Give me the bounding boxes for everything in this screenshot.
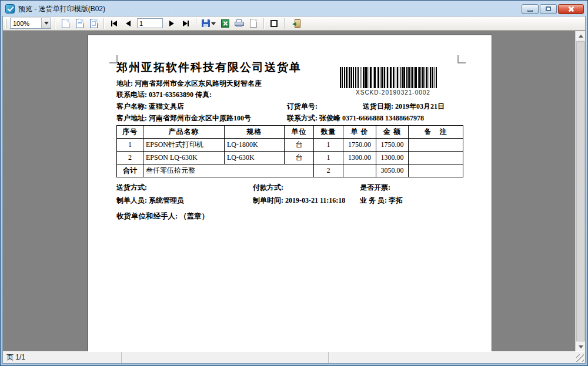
table-header-row: 序号产品名称规格单位数量单 价金 额备 注	[117, 126, 463, 139]
make-time: 制单时间: 2019-03-21 11:16:18	[253, 196, 345, 206]
first-page-button[interactable]	[108, 18, 121, 29]
item-row: 1EPSON针式打印机LQ-1800K台11750.001750.00	[117, 139, 463, 152]
invoice-flag: 是否开票:	[360, 183, 390, 193]
arrow-up-icon	[579, 32, 583, 38]
export-excel-button[interactable]	[219, 18, 232, 29]
close-button[interactable]	[558, 4, 584, 14]
column-header: 单 价	[343, 126, 376, 139]
toolbar-separator	[55, 18, 55, 29]
item-cell: 1	[314, 139, 343, 152]
page-border-button[interactable]	[268, 18, 280, 29]
item-cell: 台	[285, 152, 314, 164]
column-header: 规格	[225, 126, 285, 139]
toolbar-separator	[284, 18, 285, 29]
maximize-icon	[546, 6, 551, 11]
save-dropdown-icon	[211, 22, 216, 28]
column-header: 数量	[314, 126, 343, 139]
view-page-width-button[interactable]	[73, 18, 86, 29]
total-cell: 合计	[117, 164, 143, 177]
resize-grip[interactable]	[576, 354, 584, 362]
item-row: 2EPSON LQ-630KLQ-630K台11300.001300.00	[117, 152, 463, 164]
item-cell: 2	[117, 152, 143, 164]
salesman: 业 务 员: 李拓	[360, 196, 403, 206]
app-icon	[5, 4, 15, 14]
stamp-line: 收货单位和经手人: （盖章）	[116, 211, 209, 221]
excel-icon	[221, 19, 229, 28]
item-cell: LQ-1800K	[225, 139, 285, 152]
minimize-icon	[527, 10, 533, 12]
next-page-button[interactable]	[165, 18, 178, 29]
blank-page-icon	[250, 19, 257, 28]
total-cell	[409, 164, 463, 177]
item-cell: EPSON LQ-630K	[143, 152, 225, 164]
view-actual-size-button[interactable]	[87, 18, 100, 29]
minimize-button[interactable]	[522, 4, 539, 14]
printer-icon	[235, 19, 244, 27]
status-panel	[329, 352, 585, 363]
item-cell: 1750.00	[376, 139, 409, 152]
window-frame: 100%	[2, 16, 586, 364]
item-cell: 1750.00	[343, 139, 376, 152]
print-button[interactable]	[233, 18, 246, 29]
chevron-down-icon	[44, 22, 49, 27]
total-cell: 2	[314, 164, 343, 177]
toolbar: 100%	[3, 16, 585, 31]
item-cell	[409, 152, 463, 164]
item-cell: EPSON针式打印机	[143, 139, 225, 152]
triangle-left-icon	[112, 21, 117, 26]
items-table: 序号产品名称规格单位数量单 价金 额备 注1EPSON针式打印机LQ-1800K…	[116, 125, 463, 177]
prev-page-button[interactable]	[122, 18, 135, 29]
square-icon	[270, 20, 278, 27]
page-number-input[interactable]	[137, 18, 163, 28]
scroll-down-button[interactable]	[576, 342, 585, 351]
save-button[interactable]	[200, 18, 218, 29]
customer-address: 客户地址: 河南省郑州市金水区中原路100号	[116, 113, 251, 123]
contact-info: 联系方式: 张俊峰 0371-6666888 13488667978	[287, 113, 424, 123]
scroll-up-button[interactable]	[576, 31, 585, 41]
order-number: 订货单号:	[287, 102, 318, 112]
toolbar-separator	[263, 18, 264, 29]
column-header: 序号	[117, 126, 143, 139]
item-cell: LQ-630K	[225, 152, 285, 164]
total-cell	[343, 164, 376, 177]
column-header: 单位	[285, 126, 314, 139]
exit-button[interactable]	[288, 18, 303, 29]
company-title: 郑州亚拓软件科技有限公司送货单	[116, 60, 302, 75]
column-header: 产品名称	[143, 126, 225, 139]
margin-marker-top-right-icon	[457, 55, 466, 63]
actual-size-icon	[90, 19, 98, 28]
status-page-info: 页 1/1	[3, 352, 122, 363]
last-page-button[interactable]	[179, 18, 192, 29]
toolbar-separator	[103, 18, 104, 29]
status-bar: 页 1/1	[3, 351, 585, 363]
customer-name: 客户名称: 蓝猫文具店	[116, 102, 184, 112]
company-phone: 联系电话: 0371-63563890 传真:	[116, 90, 212, 100]
payment-method: 付款方式:	[253, 183, 283, 193]
total-cell: 3050.00	[376, 164, 409, 177]
vertical-scrollbar[interactable]	[575, 31, 585, 351]
preview-area: 郑州亚拓软件科技有限公司送货单 地址: 河南省郑州市金水区东风路明天财智名座 联…	[3, 31, 585, 351]
barcode	[340, 67, 446, 88]
arrow-down-icon	[579, 345, 583, 351]
maximize-button[interactable]	[540, 4, 557, 14]
next-page-icon	[169, 21, 174, 26]
company-address: 地址: 河南省郑州市金水区东风路明天财智名座	[116, 79, 262, 89]
item-cell: 台	[285, 139, 314, 152]
total-row: 合计叁仟零伍拾元整23050.00	[117, 164, 463, 177]
total-cell: 叁仟零伍拾元整	[143, 164, 314, 177]
window-title: 预览 - 送货单打印模版(B02)	[18, 4, 518, 14]
scrollbar-thumb[interactable]	[576, 41, 585, 341]
document-page: 郑州亚拓软件科技有限公司送货单 地址: 河南省郑州市金水区东风路明天财智名座 联…	[88, 35, 492, 351]
status-panel	[122, 352, 329, 363]
page-width-icon	[76, 19, 83, 28]
zoom-value: 100%	[11, 20, 41, 27]
last-page-icon	[183, 21, 188, 26]
zoom-dropdown-arrow[interactable]	[41, 18, 51, 28]
view-whole-page-button[interactable]	[59, 18, 72, 29]
save-icon	[202, 19, 210, 27]
page-setup-button[interactable]	[247, 18, 260, 29]
delivery-method: 送货方式:	[116, 183, 147, 193]
delivery-date: 送货日期: 2019年03月21日	[363, 102, 445, 112]
item-cell: 1300.00	[376, 152, 409, 164]
zoom-dropdown[interactable]: 100%	[10, 18, 51, 29]
